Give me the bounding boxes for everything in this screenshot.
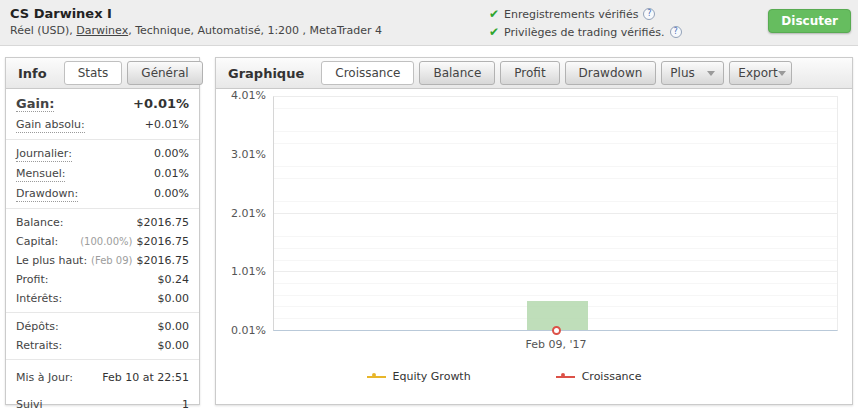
chart-tabstrip: Graphique Croissance Balance Profit Draw… [216, 58, 852, 89]
stat-value: (100.00%)$2016.75 [80, 234, 189, 249]
stat-label: Capital: [16, 234, 58, 249]
legend-label: Equity Growth [393, 370, 471, 383]
y-axis-tick: 0.01% [220, 324, 266, 338]
y-axis-tick: 2.01% [220, 207, 266, 221]
stat-row-deposits: Dépôts: $0.00 [6, 317, 199, 336]
page-title: CS Darwinex I [10, 6, 112, 21]
stat-prefix: (Feb 09) [91, 255, 132, 266]
stat-value: $0.00 [158, 338, 190, 353]
stat-row-highest: Le plus haut: (Feb 09)$2016.75 [6, 251, 199, 270]
stat-amount: $2016.75 [137, 235, 190, 248]
stat-row-monthly: Mensuel: 0.01% [6, 164, 199, 184]
gain-section: Gain: +0.01% Gain absolu: +0.01% [6, 89, 199, 140]
check-icon: ✔ [489, 25, 499, 39]
help-icon[interactable]: ? [643, 8, 655, 20]
stat-row-profit: Profit: $0.24 [6, 270, 199, 289]
stat-value: Feb 10 at 22:51 [102, 370, 189, 385]
stat-row-tracking: Suivi 1 [6, 391, 199, 408]
tab-growth[interactable]: Croissance [321, 61, 414, 85]
info-tabstrip: Info Stats Général [6, 58, 199, 89]
stat-row-gain: Gain: +0.01% [6, 93, 199, 115]
plus-dropdown[interactable]: Plus [661, 61, 724, 85]
chart-legend: Equity Growth Croissance [216, 370, 792, 383]
stat-row-equity: Capital: (100.00%)$2016.75 [6, 232, 199, 251]
cashflow-section: Dépôts: $0.00 Retraits: $0.00 [6, 313, 199, 360]
stat-value: 0.01% [154, 166, 189, 181]
stat-row-withdrawals: Retraits: $0.00 [6, 336, 199, 355]
verification-label: Privilèges de trading vérifiés. [504, 26, 664, 39]
legend-marker-icon [367, 372, 386, 381]
account-type-text: Réel (USD), [10, 24, 76, 37]
stat-label: Dépôts: [16, 319, 59, 334]
growth-chart: 4.01% 3.01% 2.01% 1.01% 0.01% Feb 09, '1… [216, 89, 852, 405]
meta-section: Mis à Jour: Feb 10 at 22:51 Suivi 1 [6, 360, 199, 408]
tab-stats[interactable]: Stats [64, 61, 123, 85]
stat-row-drawdown: Drawdown: 0.00% [6, 184, 199, 204]
stat-row-abs-gain: Gain absolu: +0.01% [6, 115, 199, 135]
legend-label: Croissance [582, 370, 642, 383]
help-icon[interactable]: ? [670, 26, 682, 38]
stat-row-daily: Journalier: 0.00% [6, 144, 199, 164]
stat-value: (Feb 09)$2016.75 [91, 253, 189, 268]
tab-balance[interactable]: Balance [419, 61, 495, 85]
stat-label: Journalier: [16, 146, 72, 162]
stat-value: +0.01% [133, 96, 189, 111]
growth-data-point[interactable] [552, 326, 561, 335]
stat-value: $0.24 [158, 272, 190, 287]
stat-label: Balance: [16, 215, 64, 230]
stat-label: Drawdown: [16, 186, 78, 202]
legend-item-equity-growth[interactable]: Equity Growth [367, 370, 471, 383]
stat-label: Retraits: [16, 338, 62, 353]
y-axis-tick: 1.01% [220, 265, 266, 279]
account-header: CS Darwinex I Réel (USD), Darwinex, Tech… [0, 0, 858, 46]
broker-link[interactable]: Darwinex [76, 24, 128, 37]
verification-label: Enregistrements vérifiés [504, 8, 638, 21]
tab-general[interactable]: Général [127, 61, 202, 85]
periodic-section: Journalier: 0.00% Mensuel: 0.01% Drawdow… [6, 140, 199, 209]
verification-row: ✔ Enregistrements vérifiés ? [489, 5, 682, 23]
stat-prefix: (100.00%) [80, 236, 132, 247]
y-axis-tick: 4.01% [220, 89, 266, 103]
chevron-down-icon [778, 71, 786, 76]
account-details-text: , Technique, Automatisé, 1:200 , MetaTra… [128, 24, 382, 37]
plus-dropdown-label: Plus [670, 66, 694, 80]
stat-label: Profit: [16, 272, 48, 287]
stat-value: 1 [182, 397, 189, 408]
stat-value: $0.00 [158, 291, 190, 306]
discuss-button[interactable]: Discuter [768, 9, 851, 33]
stat-label: Mensuel: [16, 166, 65, 182]
export-dropdown-label: Export [738, 66, 777, 80]
legend-item-croissance[interactable]: Croissance [556, 370, 642, 383]
stat-label: Intérêts: [16, 291, 62, 306]
stat-value: $2016.75 [137, 215, 190, 230]
stat-value: $0.00 [158, 319, 190, 334]
legend-marker-icon [556, 372, 575, 381]
stat-value: 0.00% [154, 186, 189, 201]
tab-drawdown[interactable]: Drawdown [565, 61, 657, 85]
stat-label: Le plus haut: [16, 253, 87, 268]
verification-row: ✔ Privilèges de trading vérifiés. ? [489, 23, 682, 41]
info-panel-label: Info [18, 66, 47, 81]
stat-row-balance: Balance: $2016.75 [6, 213, 199, 232]
stat-row-updated: Mis à Jour: Feb 10 at 22:51 [6, 364, 199, 391]
stat-value: 0.00% [154, 146, 189, 161]
chart-panel: Graphique Croissance Balance Profit Draw… [215, 57, 853, 405]
stat-label: Gain: [16, 96, 54, 112]
stat-value: +0.01% [145, 117, 189, 132]
plot-area [273, 96, 838, 331]
chevron-down-icon [707, 71, 715, 76]
stat-label: Suivi [16, 397, 43, 408]
account-subtitle: Réel (USD), Darwinex, Technique, Automat… [10, 24, 382, 37]
x-axis-tick: Feb 09, '17 [496, 338, 616, 351]
chart-panel-label: Graphique [228, 66, 304, 81]
stat-label: Gain absolu: [16, 117, 85, 133]
balance-section: Balance: $2016.75 Capital: (100.00%)$201… [6, 209, 199, 313]
stat-amount: $2016.75 [137, 254, 190, 267]
y-axis-tick: 3.01% [220, 148, 266, 162]
export-dropdown[interactable]: Export [729, 61, 792, 85]
info-panel: Info Stats Général Gain: +0.01% Gain abs… [5, 57, 200, 405]
check-icon: ✔ [489, 7, 499, 21]
stat-label: Mis à Jour: [16, 370, 73, 385]
tab-profit[interactable]: Profit [500, 61, 559, 85]
verification-badges: ✔ Enregistrements vérifiés ? ✔ Privilège… [489, 5, 682, 41]
